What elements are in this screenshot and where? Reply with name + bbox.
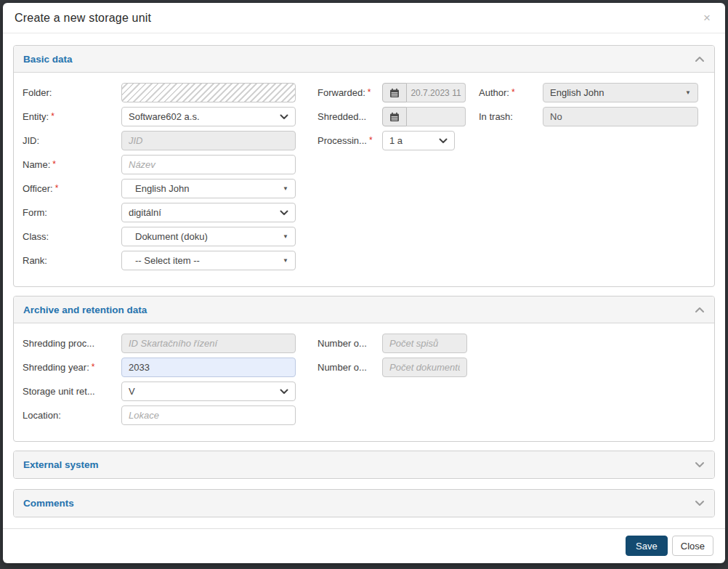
folder-field xyxy=(121,83,296,102)
jid-row: JID: xyxy=(23,131,296,150)
chevron-up-icon[interactable] xyxy=(695,307,705,313)
rank-row: Rank: -- Select item -- ▼ xyxy=(23,251,296,270)
panel-basic-data: Basic data Folder: Entity:* Software602 … xyxy=(13,45,715,287)
num-files-input xyxy=(382,334,467,353)
dropdown-arrow-icon: ▼ xyxy=(283,233,288,240)
forwarded-calendar-button[interactable] xyxy=(382,83,407,102)
officer-row: Officer:* English John ▼ xyxy=(23,179,296,198)
panel-archive-data-header[interactable]: Archive and retention data xyxy=(14,296,714,323)
in-trash-row: In trash: xyxy=(479,107,698,126)
author-select[interactable]: English John ▼ xyxy=(543,83,698,102)
entity-select[interactable]: Software602 a.s. xyxy=(121,107,296,126)
processing-label: Processin...* xyxy=(318,135,382,146)
author-label: Author:* xyxy=(479,87,543,98)
shredding-proc-row: Shredding proc... xyxy=(23,334,296,353)
chevron-down-icon xyxy=(280,210,288,216)
panel-comments-title: Comments xyxy=(23,498,74,509)
panel-external-system-title: External system xyxy=(23,459,99,470)
panel-archive-data: Archive and retention data Shredding pro… xyxy=(13,296,715,442)
form-row: Form: digitální xyxy=(23,203,296,222)
panel-basic-data-title: Basic data xyxy=(23,54,73,65)
form-label: Form: xyxy=(23,207,121,218)
storage-ret-select[interactable]: V xyxy=(121,382,296,401)
location-input[interactable] xyxy=(121,405,296,425)
dialog-footer: Save Close xyxy=(3,528,725,563)
jid-label: JID: xyxy=(23,135,121,146)
dropdown-arrow-icon: ▼ xyxy=(283,185,288,192)
dialog-header: Create a new storage unit × xyxy=(3,3,725,33)
chevron-down-icon xyxy=(280,114,288,120)
chevron-down-icon xyxy=(280,389,288,395)
jid-input xyxy=(121,131,296,150)
chevron-up-icon[interactable] xyxy=(695,56,705,62)
name-input[interactable] xyxy=(121,155,296,174)
close-button[interactable]: Close xyxy=(672,536,713,556)
chevron-down-icon[interactable] xyxy=(695,500,705,507)
calendar-icon xyxy=(389,88,400,98)
shredding-proc-label: Shredding proc... xyxy=(23,338,121,349)
num-files-row: Number o... xyxy=(318,334,467,353)
class-select[interactable]: Dokument (doku) ▼ xyxy=(121,227,296,246)
panel-comments: Comments xyxy=(13,489,715,517)
chevron-down-icon[interactable] xyxy=(695,461,705,468)
save-button[interactable]: Save xyxy=(626,536,668,556)
class-label: Class: xyxy=(23,231,121,242)
in-trash-field xyxy=(543,107,698,126)
dropdown-arrow-icon: ▼ xyxy=(283,257,288,264)
shredded-calendar-button[interactable] xyxy=(382,107,407,126)
processing-row: Processin...* 1 a xyxy=(318,131,467,150)
name-label: Name:* xyxy=(23,159,121,170)
forwarded-label: Forwarded:* xyxy=(318,87,382,98)
create-storage-unit-dialog: Create a new storage unit × Basic data F… xyxy=(3,3,725,563)
dropdown-arrow-icon: ▼ xyxy=(685,89,691,96)
storage-ret-label: Storage unit ret... xyxy=(23,386,121,397)
rank-label: Rank: xyxy=(23,255,121,266)
location-label: Location: xyxy=(23,410,121,421)
officer-select[interactable]: English John ▼ xyxy=(121,179,296,198)
form-select[interactable]: digitální xyxy=(121,203,296,222)
num-docs-input xyxy=(382,358,467,377)
panel-basic-data-header[interactable]: Basic data xyxy=(14,46,714,73)
storage-ret-row: Storage unit ret... V xyxy=(23,382,296,401)
panel-comments-header[interactable]: Comments xyxy=(14,490,714,517)
calendar-icon xyxy=(389,112,400,122)
processing-select[interactable]: 1 a xyxy=(382,131,455,150)
shredded-label: Shredded... xyxy=(318,111,382,122)
entity-label: Entity:* xyxy=(23,111,121,122)
panel-archive-data-title: Archive and retention data xyxy=(23,304,147,315)
num-docs-row: Number o... xyxy=(318,358,467,377)
shredding-year-label: Shredding year:* xyxy=(23,362,121,373)
panel-external-system: External system xyxy=(13,451,715,479)
location-row: Location: xyxy=(23,405,296,425)
num-docs-label: Number o... xyxy=(318,362,382,373)
rank-select[interactable]: -- Select item -- ▼ xyxy=(121,251,296,270)
folder-row: Folder: xyxy=(23,83,296,102)
panel-basic-data-body: Folder: Entity:* Software602 a.s. JID: xyxy=(14,73,714,286)
shredded-date-field xyxy=(407,107,466,126)
num-files-label: Number o... xyxy=(318,338,382,349)
name-row: Name:* xyxy=(23,155,296,174)
entity-row: Entity:* Software602 a.s. xyxy=(23,107,296,126)
dialog-body: Basic data Folder: Entity:* Software602 … xyxy=(3,33,725,528)
folder-label: Folder: xyxy=(23,87,121,98)
shredding-year-input[interactable] xyxy=(121,358,296,377)
class-row: Class: Dokument (doku) ▼ xyxy=(23,227,296,246)
close-icon[interactable]: × xyxy=(700,10,713,25)
officer-label: Officer:* xyxy=(23,183,121,194)
forwarded-row: Forwarded:* 20.7.2023 11 xyxy=(318,83,467,102)
shredding-proc-input xyxy=(121,334,296,353)
forwarded-date-field: 20.7.2023 11 xyxy=(407,83,466,102)
chevron-down-icon xyxy=(439,138,448,144)
panel-external-system-header[interactable]: External system xyxy=(14,451,714,478)
dialog-title: Create a new storage unit xyxy=(15,12,151,25)
shredded-row: Shredded... xyxy=(318,107,467,126)
panel-archive-data-body: Shredding proc... Shredding year:* Stora… xyxy=(14,323,714,441)
shredding-year-row: Shredding year:* xyxy=(23,358,296,377)
author-row: Author:* English John ▼ xyxy=(479,83,698,102)
in-trash-label: In trash: xyxy=(479,111,543,122)
